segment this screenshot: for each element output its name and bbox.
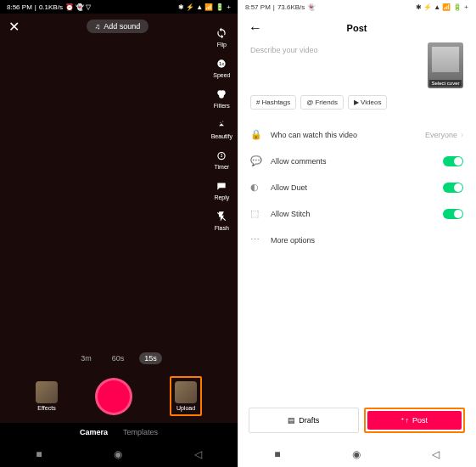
tool-timer[interactable]: 3Timer [214,148,229,170]
tool-speed[interactable]: 1xSpeed [213,56,230,78]
svg-text:1x: 1x [219,61,224,66]
setting-more[interactable]: ⋯ More options [250,227,463,253]
videos-button[interactable]: ▶Videos [348,95,387,110]
post-button[interactable]: ⁺↑ Post [367,411,462,430]
tool-reply[interactable]: Reply [214,178,229,200]
post-body: Describe your video Select cover #Hashta… [238,42,475,399]
drafts-button[interactable]: ▤ Drafts [249,408,359,433]
nav-back-icon[interactable]: ◁ [194,448,202,460]
camera-topbar: ✕ ♫ Add sound [0,14,238,39]
tool-beautify[interactable]: Beautify [211,117,232,139]
svg-point-4 [219,93,224,98]
post-highlight: ⁺↑ Post [364,408,466,433]
music-icon: ♫ [95,22,101,31]
upload-thumb-icon [175,381,197,403]
reply-icon [214,178,229,194]
add-sound-button[interactable]: ♫ Add sound [87,20,149,33]
stitch-toggle[interactable] [443,209,463,219]
duet-icon: ◐ [250,182,262,193]
camera-viewport [0,39,238,347]
post-actions: ▤ Drafts ⁺↑ Post [238,399,475,442]
chevron-right-icon: › [461,131,463,139]
comments-toggle[interactable] [443,156,463,166]
status-bar: 8:57 PM|73.6KB/s👻 ✱ ⚡ ▲ 📶🔋+ [238,0,475,14]
android-navbar: ■ ◉ ◁ [0,442,238,467]
status-bar: 8:56 PM|0.1KB/s⏰ 👻 ▽ ✱ ⚡ ▲ 📶🔋+ [0,0,238,14]
hashtags-button[interactable]: #Hashtags [250,95,296,110]
duet-toggle[interactable] [443,183,463,193]
tool-filters[interactable]: Filters [214,87,230,109]
duration-60s[interactable]: 60s [107,352,130,364]
nav-home-icon[interactable]: ◉ [114,448,122,460]
select-cover-button[interactable]: Select cover [428,42,463,88]
camera-tools: Flip 1xSpeed Filters Beautify 3Timer Rep… [211,25,232,231]
mode-tabs: Camera Templates [0,423,238,442]
nav-recent-icon[interactable]: ■ [36,448,42,460]
comment-icon: 💬 [250,155,262,166]
beautify-icon [214,117,229,132]
tab-camera[interactable]: Camera [80,428,108,436]
setting-privacy[interactable]: 🔒 Who can watch this video Everyone › [250,121,463,148]
upload-highlight: Upload [170,376,202,416]
timer-icon: 3 [214,148,229,163]
setting-stitch: ⬚ Allow Stitch [250,200,463,227]
setting-duet: ◐ Allow Duet [250,174,463,200]
effects-button[interactable]: Effects [36,381,58,411]
duration-3m[interactable]: 3m [76,352,97,364]
flip-icon [214,25,229,41]
back-icon[interactable]: ← [249,20,262,36]
filters-icon [214,87,229,102]
nav-back-icon[interactable]: ◁ [432,448,440,460]
nav-home-icon[interactable]: ◉ [352,448,361,460]
post-screen: 8:57 PM|73.6KB/s👻 ✱ ⚡ ▲ 📶🔋+ ← Post Descr… [238,0,475,467]
close-icon[interactable]: ✕ [8,19,20,35]
tool-flip[interactable]: Flip [214,25,229,48]
description-input[interactable]: Describe your video [250,42,421,88]
camera-bottom-controls: Effects Upload [0,369,238,423]
duration-15s[interactable]: 15s [139,352,162,364]
add-sound-label: Add sound [104,22,140,31]
android-navbar: ■ ◉ ◁ [238,442,475,467]
stitch-icon: ⬚ [250,208,262,219]
page-title: Post [347,23,367,33]
camera-screen: 8:56 PM|0.1KB/s⏰ 👻 ▽ ✱ ⚡ ▲ 📶🔋+ ✕ ♫ Add s… [0,0,238,467]
svg-text:3: 3 [221,154,223,158]
tab-templates[interactable]: Templates [123,428,158,436]
duration-selector: 3m 60s 15s [0,347,238,369]
more-icon: ⋯ [250,234,262,245]
effects-thumb-icon [36,381,58,403]
upload-button[interactable]: Upload [175,381,197,411]
lock-icon: 🔒 [250,129,262,140]
friends-button[interactable]: @Friends [300,95,344,110]
post-icon: ⁺↑ [400,416,409,425]
speed-icon: 1x [214,56,229,71]
tag-row: #Hashtags @Friends ▶Videos [250,95,463,110]
tool-flash[interactable]: Flash [214,209,229,231]
setting-comments: 💬 Allow comments [250,148,463,174]
record-button[interactable] [95,378,132,415]
post-header: ← Post [238,14,475,42]
nav-recent-icon[interactable]: ■ [274,448,280,460]
drafts-icon: ▤ [288,416,295,425]
flash-icon [214,209,229,224]
